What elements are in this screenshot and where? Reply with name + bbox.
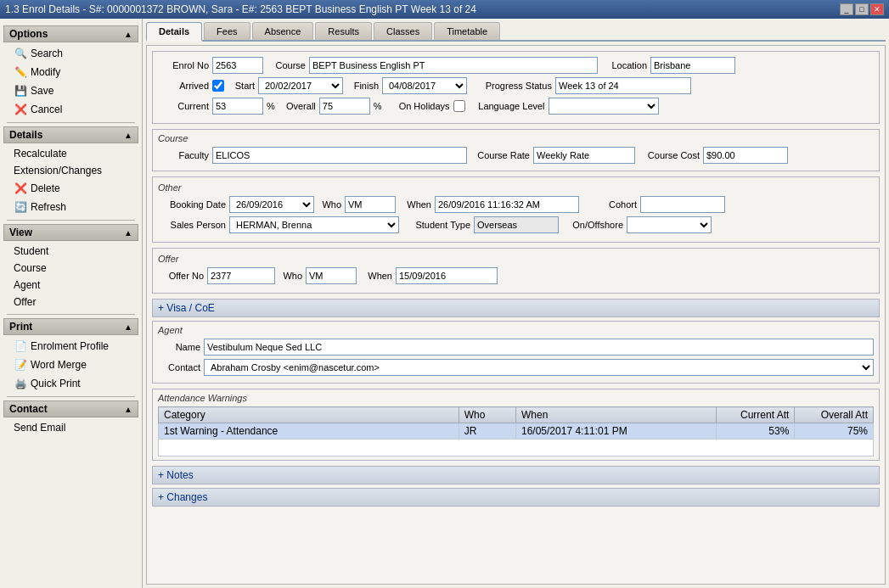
course-label: Course xyxy=(267,60,306,70)
col-overall-att[interactable]: Overall Att xyxy=(795,407,874,423)
sidebar-item-send-email[interactable]: Send Email xyxy=(0,419,142,436)
overall-percent: % xyxy=(374,101,382,111)
enrol-no-label: Enrol No xyxy=(158,60,209,70)
agent-section: Agent Name Contact Abraham Crosby <enim@… xyxy=(152,321,880,384)
faculty-input[interactable] xyxy=(212,147,467,164)
course-section-label: Course xyxy=(158,133,874,143)
agent-contact-dropdown[interactable]: Abraham Crosby <enim@nascetur.com> xyxy=(204,359,874,376)
finish-label: Finish xyxy=(346,81,379,91)
sidebar-section-contact[interactable]: Contact ▲ xyxy=(3,400,138,417)
overall-input[interactable] xyxy=(319,98,370,115)
offer-when-label: When xyxy=(360,271,392,281)
offer-who-label: Who xyxy=(279,271,302,281)
course-rate-label: Course Rate xyxy=(470,150,530,160)
current-percent: % xyxy=(267,101,275,111)
sidebar-item-refresh[interactable]: 🔄 Refresh xyxy=(0,198,142,216)
sidebar-item-extension-changes[interactable]: Extension/Changes xyxy=(0,162,142,179)
progress-status-input[interactable] xyxy=(555,77,691,94)
enrol-row-2: Arrived Start 20/02/2017 Finish 04/08/20… xyxy=(158,77,874,94)
course-input[interactable] xyxy=(309,57,598,74)
sales-person-label: Sales Person xyxy=(158,220,226,230)
language-level-label: Language Level xyxy=(469,101,545,111)
changes-header[interactable]: + Changes xyxy=(153,489,879,506)
tab-timetable[interactable]: Timetable xyxy=(434,22,500,40)
sidebar-item-offer[interactable]: Offer xyxy=(0,294,142,311)
on-offshore-dropdown[interactable] xyxy=(627,216,712,233)
visa-coe-header[interactable]: + Visa / CoE xyxy=(153,300,879,316)
sidebar-item-save[interactable]: 💾 Save xyxy=(0,81,142,100)
tab-results[interactable]: Results xyxy=(315,22,372,40)
sidebar-item-delete[interactable]: ❌ Delete xyxy=(0,179,142,198)
col-current-att[interactable]: Current Att xyxy=(716,407,795,423)
other-section-label: Other xyxy=(158,182,874,193)
location-input[interactable] xyxy=(650,57,735,74)
booking-who-input[interactable] xyxy=(345,196,396,213)
sidebar-item-word-merge[interactable]: 📝 Word Merge xyxy=(0,356,142,374)
course-cost-input[interactable] xyxy=(703,147,788,164)
enrol-no-input[interactable] xyxy=(212,57,263,74)
sidebar-section-options[interactable]: Options ▲ xyxy=(3,25,138,42)
location-label: Location xyxy=(601,60,647,70)
sidebar-section-view[interactable]: View ▲ xyxy=(3,224,138,241)
language-level-dropdown[interactable] xyxy=(549,98,659,115)
col-when[interactable]: When xyxy=(516,407,717,423)
minimize-button[interactable]: _ xyxy=(840,3,853,15)
close-button[interactable]: ✕ xyxy=(870,3,884,15)
enrol-header-section: Enrol No Course Location Arrived Start 2… xyxy=(152,51,880,124)
tab-details[interactable]: Details xyxy=(146,22,202,42)
maximize-button[interactable]: □ xyxy=(855,3,869,15)
offer-no-input[interactable] xyxy=(207,267,275,284)
sidebar-item-modify[interactable]: ✏️ Modify xyxy=(0,63,142,81)
details-panel: Enrol No Course Location Arrived Start 2… xyxy=(146,45,886,585)
sidebar-item-enrolment-profile[interactable]: 📄 Enrolment Profile xyxy=(0,337,142,356)
save-icon: 💾 xyxy=(14,84,27,98)
agent-name-label: Name xyxy=(158,342,200,352)
booking-date-label: Booking Date xyxy=(158,199,226,210)
sidebar-item-cancel[interactable]: ❌ Cancel xyxy=(0,100,142,119)
table-row[interactable]: 1st Warning - Attendance JR 16/05/2017 4… xyxy=(159,423,874,440)
sidebar-section-print[interactable]: Print ▲ xyxy=(3,318,138,335)
tab-classes[interactable]: Classes xyxy=(374,22,432,40)
row-category: 1st Warning - Attendance xyxy=(159,423,459,440)
tab-fees[interactable]: Fees xyxy=(204,22,250,40)
col-category[interactable]: Category xyxy=(159,407,459,423)
course-row: Faculty Course Rate Course Cost xyxy=(158,147,874,164)
offer-no-label: Offer No xyxy=(158,271,204,281)
notes-header[interactable]: + Notes xyxy=(153,467,879,484)
sales-person-dropdown[interactable]: HERMAN, Brenna xyxy=(229,216,399,233)
content-area: Details Fees Absence Results Classes Tim… xyxy=(143,19,889,588)
notes-section: + Notes xyxy=(152,466,880,484)
sidebar-item-course[interactable]: Course xyxy=(0,260,142,277)
cohort-input[interactable] xyxy=(640,196,725,213)
arrived-checkbox[interactable] xyxy=(212,80,224,92)
sidebar-item-search[interactable]: 🔍 Search xyxy=(0,44,142,63)
current-input[interactable] xyxy=(212,98,263,115)
col-who[interactable]: Who xyxy=(459,407,515,423)
row-when: 16/05/2017 4:11:01 PM xyxy=(516,423,717,440)
sidebar-item-student[interactable]: Student xyxy=(0,243,142,260)
finish-dropdown[interactable]: 04/08/2017 xyxy=(382,77,467,94)
enrol-row-3: Current % Overall % On Holidays Language… xyxy=(158,98,874,115)
start-dropdown[interactable]: 20/02/2017 xyxy=(258,77,343,94)
booking-date-dropdown[interactable]: 26/09/2016 xyxy=(229,196,314,213)
offer-who-input[interactable] xyxy=(306,267,357,284)
offer-when-input[interactable] xyxy=(396,267,498,284)
agent-name-input[interactable] xyxy=(204,339,874,356)
sidebar-item-quick-print[interactable]: 🖨️ Quick Print xyxy=(0,374,142,393)
cancel-icon: ❌ xyxy=(14,103,27,116)
course-rate-input[interactable] xyxy=(533,147,635,164)
word-merge-icon: 📝 xyxy=(14,358,27,372)
row-who: JR xyxy=(459,423,515,440)
tab-absence[interactable]: Absence xyxy=(252,22,314,40)
sidebar-item-agent[interactable]: Agent xyxy=(0,277,142,294)
agent-contact-label: Contact xyxy=(158,362,200,372)
cohort-label: Cohort xyxy=(599,199,637,210)
sidebar-section-details[interactable]: Details ▲ xyxy=(3,126,138,143)
sidebar-item-recalculate[interactable]: Recalculate xyxy=(0,145,142,162)
offer-section: Offer Offer No Who When xyxy=(152,248,880,294)
row-overall-att: 75% xyxy=(795,423,874,440)
on-holidays-checkbox[interactable] xyxy=(453,100,465,112)
progress-status-label: Progress Status xyxy=(470,81,552,91)
booking-when-input[interactable] xyxy=(435,196,579,213)
offer-section-label: Offer xyxy=(158,254,874,264)
